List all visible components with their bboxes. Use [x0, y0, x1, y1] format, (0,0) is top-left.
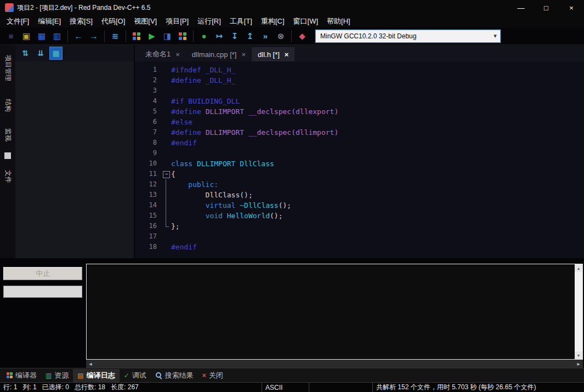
scroll-left-icon[interactable]: ◂ — [86, 360, 95, 368]
compiler-set-select[interactable]: MinGW GCC10.2.0 32-bit Debug ▾ — [315, 30, 501, 43]
fold-gutter — [162, 138, 171, 148]
line-number: 14 — [135, 200, 162, 211]
line-number: 6 — [135, 117, 162, 127]
code-line-9: 9 — [135, 148, 584, 158]
bottom-tab-icon-4: ✓ — [124, 372, 129, 379]
rebuild-button[interactable] — [175, 29, 190, 43]
code-line-4: 4#if BUILDING_DLL — [135, 96, 584, 106]
step-into-button[interactable]: ↧ — [228, 29, 242, 43]
new-icon: ■ — [8, 32, 13, 40]
new-button[interactable]: ■ — [4, 29, 18, 43]
toolbar-separator — [126, 30, 126, 42]
code-line-10: 10class DLLIMPORT DllClass — [135, 158, 584, 169]
editor-tab-2[interactable]: dllmain.cpp [*]× — [186, 47, 252, 61]
sort-alpha-button[interactable]: ⇊ — [34, 47, 47, 60]
progress-field — [3, 286, 82, 298]
compile-log-panel[interactable]: ▴ ▾ — [86, 264, 583, 360]
app-window: 项目2 - [项目2.dev] - Red Panda Dev-C++ 6.5 … — [0, 0, 584, 392]
menu-item-7[interactable]: 运行[R] — [193, 15, 225, 27]
debug-button[interactable]: ● — [197, 29, 211, 43]
open-button[interactable]: ▣ — [19, 29, 33, 43]
back-button[interactable]: ← — [71, 29, 86, 43]
menu-item-4[interactable]: 代码[O] — [97, 15, 129, 27]
menu-item-9[interactable]: 重构[C] — [257, 15, 289, 27]
scroll-up-icon[interactable]: ▴ — [575, 264, 582, 272]
stop-button[interactable]: ⊗ — [274, 29, 288, 43]
compile-run-button[interactable]: ◨ — [160, 29, 174, 43]
fold-marker[interactable] — [162, 169, 171, 179]
forward-icon: → — [90, 32, 98, 40]
debug-icon: ● — [201, 32, 206, 40]
code-editor[interactable]: 1#ifndef _DLL_H_2#define _DLL_H_34#if BU… — [135, 61, 584, 258]
bottom-tab-4[interactable]: ✓调试 — [120, 369, 151, 382]
scroll-down-icon[interactable]: ▾ — [575, 351, 582, 359]
vertical-scrollbar[interactable]: ▴ ▾ — [575, 264, 582, 359]
editor-tab-1[interactable]: 未命名1× — [139, 47, 186, 61]
toolbar-separator — [67, 30, 68, 42]
reformat-button[interactable]: ≋ — [108, 29, 122, 43]
status-section-3 — [309, 383, 373, 392]
minimize-button[interactable]: — — [508, 0, 534, 15]
rail-tab-1[interactable]: 项目管理 — [0, 47, 15, 89]
line-number: 8 — [135, 138, 162, 148]
chevron-down-icon: ▾ — [490, 32, 500, 39]
menu-item-2[interactable]: 编辑[E] — [33, 15, 65, 27]
save-button[interactable]: ▦ — [35, 29, 49, 43]
bottom-tab-6[interactable]: ×关闭 — [198, 369, 228, 382]
bottom-tab-3[interactable]: ▤编译日志 — [73, 369, 119, 382]
horizontal-scrollbar[interactable]: ◂ ▸ — [86, 360, 583, 368]
save-all-button[interactable]: ▥ — [50, 29, 64, 43]
fold-gutter — [162, 106, 171, 117]
rail-tab-label: 文件 — [3, 170, 13, 183]
sort-by-type-icon: ⇅ — [22, 49, 29, 58]
menu-item-3[interactable]: 搜索[S] — [65, 15, 97, 27]
menu-item-6[interactable]: 项目[P] — [161, 15, 193, 27]
close-tab-icon[interactable]: × — [241, 50, 246, 59]
abort-button[interactable]: 中止 — [3, 267, 82, 280]
profile-button[interactable]: ◆ — [295, 29, 309, 43]
rail-tab-3[interactable]: 监视 — [0, 122, 15, 148]
step-over-button[interactable]: ↦ — [212, 29, 226, 43]
close-tab-icon[interactable]: × — [285, 50, 289, 59]
class-browser-button[interactable]: ▦ — [49, 47, 63, 60]
run-button[interactable]: ▶ — [145, 29, 159, 43]
menu-item-5[interactable]: 视图[V] — [129, 15, 161, 27]
bottom-tab-icon-6: × — [202, 372, 206, 379]
editor-tab-3[interactable]: dll.h [*]× — [252, 47, 294, 61]
menu-item-10[interactable]: 窗口[W] — [289, 15, 323, 27]
menu-item-11[interactable]: 帮助[H] — [322, 15, 355, 27]
rebuild-icon — [179, 32, 186, 40]
fold-gutter — [162, 75, 171, 86]
rail-tab-2[interactable]: 结构 — [0, 92, 15, 118]
menu-item-8[interactable]: 工具[T] — [225, 15, 257, 27]
close-button[interactable]: × — [559, 0, 584, 15]
bottom-tab-5[interactable]: 搜索结果 — [151, 369, 198, 382]
bottom-tab-2[interactable]: ▥资源 — [41, 369, 73, 382]
compile-button[interactable] — [129, 29, 144, 43]
title-bar: 项目2 - [项目2.dev] - Red Panda Dev-C++ 6.5 … — [0, 0, 584, 15]
close-tab-icon[interactable]: × — [175, 50, 180, 59]
code-text: public: — [171, 179, 218, 190]
code-text: #define DLLIMPORT __declspec(dllexport) — [171, 106, 338, 117]
continue-button[interactable]: » — [258, 29, 273, 43]
forward-button[interactable]: → — [87, 29, 101, 43]
toolbar-separator — [193, 30, 194, 42]
continue-icon: » — [263, 32, 268, 40]
profile-icon: ◆ — [299, 32, 305, 40]
sort-by-type-button[interactable]: ⇅ — [19, 47, 32, 60]
maximize-button[interactable]: □ — [534, 0, 559, 15]
menu-item-1[interactable]: 文件[F] — [2, 15, 33, 27]
compile-icon — [133, 32, 140, 40]
code-text: #ifndef _DLL_H_ — [171, 65, 235, 75]
project-tree[interactable] — [15, 61, 134, 258]
vertical-scroll-track[interactable] — [575, 272, 582, 351]
rail-tab-4[interactable]: 文件 — [0, 163, 15, 190]
main-toolbar: ■▣▦▥←→≋▶◨●↦↧↥»⊗◆ MinGW GCC10.2.0 32-bit … — [0, 27, 584, 45]
sort-alpha-icon: ⇊ — [37, 49, 44, 58]
bottom-tab-icon-5 — [155, 372, 162, 379]
reformat-icon: ≋ — [112, 32, 119, 40]
bottom-tab-1[interactable]: 编译器 — [2, 369, 41, 382]
scroll-right-icon[interactable]: ▸ — [574, 360, 583, 368]
line-number: 18 — [135, 242, 162, 252]
step-out-button[interactable]: ↥ — [243, 29, 257, 43]
